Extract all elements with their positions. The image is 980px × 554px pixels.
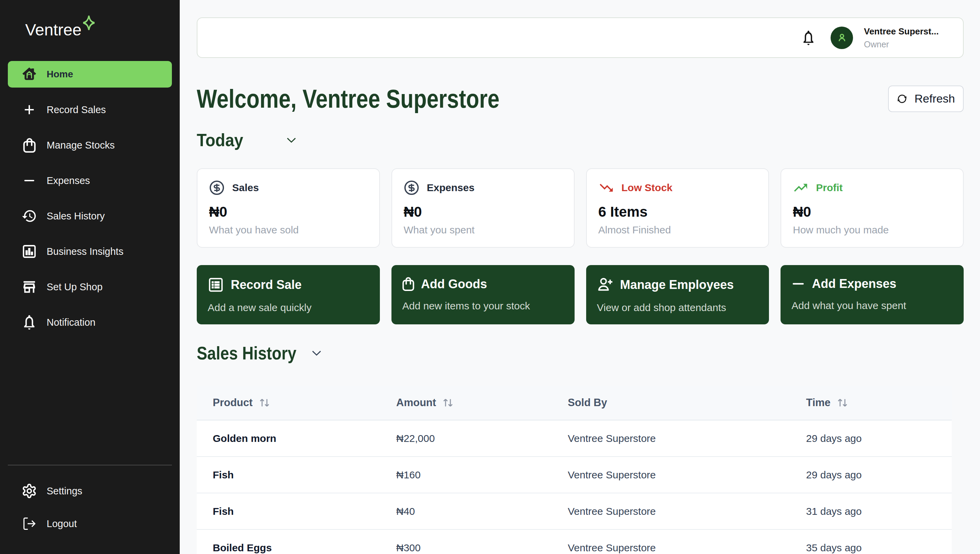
sidebar-nav: Home Record Sales Manage Stocks Expenses… [8, 61, 172, 335]
cell-product: Fish [197, 469, 396, 481]
sidebar-item-business-insights[interactable]: Business Insights [8, 238, 172, 265]
sidebar-item-sales-history[interactable]: Sales History [8, 203, 172, 229]
storefront-icon [21, 279, 37, 295]
add-expenses-card[interactable]: Add Expenses Add what you have spent [781, 265, 964, 324]
stats-row: Sales ₦0 What you have sold Expenses ₦0 … [197, 168, 964, 248]
chevron-down-icon [285, 134, 298, 146]
sort-icon[interactable] [442, 397, 454, 409]
column-header-sold-by[interactable]: Sold By [568, 397, 806, 409]
action-subtitle: Add a new sale quickly [208, 302, 380, 313]
app-logo-text: Ventree [25, 19, 81, 41]
sort-icon[interactable] [837, 397, 848, 409]
avatar[interactable] [830, 27, 853, 49]
stat-card-expenses: Expenses ₦0 What you spent [391, 168, 574, 248]
bar-chart-icon [21, 244, 37, 259]
sort-icon[interactable] [259, 397, 270, 409]
sales-history-table: Product Amount Sold By Time [197, 386, 952, 554]
trending-up-icon [793, 180, 808, 196]
cell-product: Golden morn [197, 433, 396, 444]
add-goods-card[interactable]: Add Goods Add new items to your stock [391, 265, 574, 324]
stat-card-profit: Profit ₦0 How much you made [781, 168, 964, 248]
action-title: Manage Employees [620, 278, 734, 292]
sidebar-item-logout[interactable]: Logout [8, 510, 172, 537]
sales-history-header[interactable]: Sales History [197, 342, 964, 364]
record-sale-card[interactable]: Record Sale Add a new sale quickly [197, 265, 380, 324]
quick-actions-row: Record Sale Add a new sale quickly Add G… [197, 265, 964, 324]
person-add-icon [597, 277, 613, 293]
sidebar-item-label: Home [47, 69, 73, 80]
bag-icon [402, 277, 414, 291]
cell-product: Boiled Eggs [197, 542, 396, 554]
sidebar-item-set-up-shop[interactable]: Set Up Shop [8, 274, 172, 300]
stat-card-sales: Sales ₦0 What you have sold [197, 168, 380, 248]
logout-icon [21, 516, 37, 531]
sidebar-item-label: Expenses [47, 175, 90, 186]
stat-label: Expenses [427, 182, 474, 193]
cell-time: 35 days ago [806, 542, 952, 554]
column-header-amount[interactable]: Amount [396, 397, 568, 409]
minus-icon [791, 277, 805, 291]
manage-employees-card[interactable]: Manage Employees View or add shop attend… [586, 265, 769, 324]
sidebar-item-expenses[interactable]: Expenses [8, 167, 172, 194]
sidebar-item-notification[interactable]: Notification [8, 309, 172, 335]
stat-desc: What you spent [404, 224, 562, 236]
stat-value: 6 Items [598, 204, 756, 220]
cell-product: Fish [197, 506, 396, 517]
minus-icon [21, 174, 37, 187]
cell-time: 29 days ago [806, 433, 952, 444]
sidebar-divider [8, 465, 172, 465]
dollar-circle-icon [209, 180, 225, 196]
cell-sold-by: Ventree Superstore [568, 469, 806, 481]
table-header-row: Product Amount Sold By Time [197, 386, 952, 420]
stat-desc: What you have sold [209, 224, 367, 236]
cell-amount: ₦22,000 [396, 433, 568, 444]
refresh-button[interactable]: Refresh [888, 86, 964, 112]
stat-label: Low Stock [622, 182, 673, 193]
bell-icon [21, 314, 37, 331]
bag-icon [21, 138, 37, 153]
sidebar: Ventree Home Record Sales Manage Stocks [0, 0, 180, 554]
chevron-down-icon [310, 347, 323, 359]
sidebar-item-settings[interactable]: Settings [8, 478, 172, 504]
column-header-product[interactable]: Product [197, 397, 396, 409]
user-menu[interactable]: Ventree Superst... Owner [864, 26, 950, 49]
action-title: Record Sale [231, 278, 302, 292]
gear-icon [21, 483, 37, 499]
sidebar-item-home[interactable]: Home [8, 61, 172, 88]
action-subtitle: Add what you have spent [791, 300, 964, 311]
action-title: Add Expenses [812, 277, 896, 291]
sparkle-icon [83, 14, 95, 31]
user-name: Ventree Superst... [864, 26, 950, 37]
home-icon [21, 67, 37, 82]
stat-value: ₦0 [404, 204, 562, 220]
column-label: Amount [396, 397, 436, 409]
trending-down-icon [598, 180, 614, 196]
column-label: Sold By [568, 397, 607, 409]
column-header-time[interactable]: Time [806, 397, 952, 409]
column-label: Product [213, 397, 253, 409]
sidebar-item-label: Business Insights [47, 246, 124, 257]
sidebar-item-record-sales[interactable]: Record Sales [8, 96, 172, 123]
cell-time: 29 days ago [806, 469, 952, 481]
cell-sold-by: Ventree Superstore [568, 433, 806, 444]
main-content: Ventree Superst... Owner Welcome, Ventre… [180, 0, 980, 554]
stat-label: Sales [232, 182, 259, 193]
plus-icon [21, 104, 37, 116]
table-row[interactable]: Fish ₦160 Ventree Superstore 29 days ago [197, 457, 952, 493]
sidebar-item-label: Notification [47, 317, 95, 328]
cell-amount: ₦40 [396, 506, 568, 517]
cell-amount: ₦300 [396, 542, 568, 554]
sales-history-title: Sales History [197, 342, 296, 364]
sidebar-item-label: Set Up Shop [47, 281, 102, 293]
cell-time: 31 days ago [806, 506, 952, 517]
topbar: Ventree Superst... Owner [197, 18, 964, 58]
column-label: Time [806, 397, 830, 409]
table-row[interactable]: Fish ₦40 Ventree Superstore 31 days ago [197, 493, 952, 530]
list-alt-icon [208, 277, 224, 293]
table-row[interactable]: Golden morn ₦22,000 Ventree Superstore 2… [197, 420, 952, 457]
table-row[interactable]: Boiled Eggs ₦300 Ventree Superstore 35 d… [197, 530, 952, 554]
sidebar-bottom: Settings Logout [8, 465, 172, 537]
sidebar-item-manage-stocks[interactable]: Manage Stocks [8, 132, 172, 158]
notifications-bell-icon[interactable] [801, 29, 816, 46]
period-selector[interactable]: Today [197, 130, 964, 150]
